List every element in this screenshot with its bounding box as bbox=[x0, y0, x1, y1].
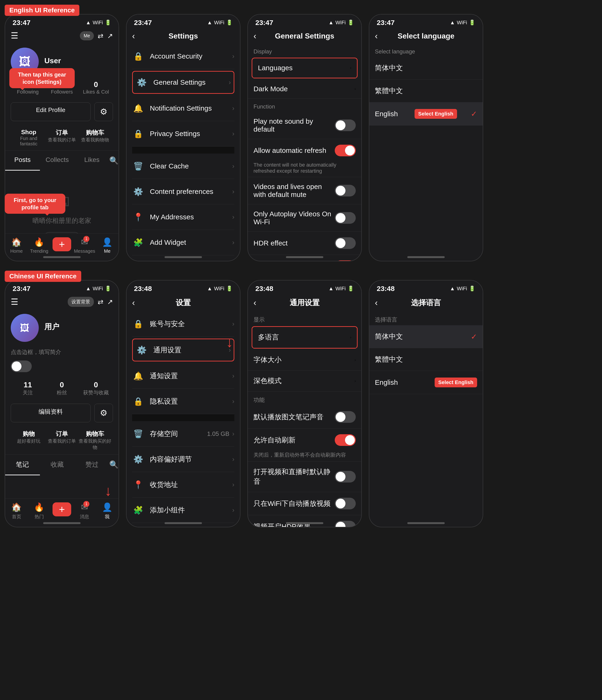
back-arrow-3[interactable]: ‹ bbox=[254, 31, 256, 41]
play-note-sound-toggle[interactable] bbox=[335, 120, 356, 131]
cn-tab-likes[interactable]: 赞过 bbox=[74, 454, 109, 475]
notification-icon: 🔔 bbox=[132, 102, 144, 114]
settings-add-widget[interactable]: 🧩 Add Widget › bbox=[132, 230, 234, 255]
cn-gs-back-arrow[interactable]: ‹ bbox=[254, 298, 256, 308]
cn-lang-english[interactable]: English Select English bbox=[369, 371, 483, 394]
cn-storage[interactable]: 🗑️ 存储空间 1.05 GB › bbox=[132, 421, 234, 447]
settings-general-settings[interactable]: ⚙️ General Settings › bbox=[132, 71, 234, 94]
cn-autoplay-toggle[interactable] bbox=[335, 498, 356, 509]
cn-autoplay-wifi-item[interactable]: 只在WiFi下自动播放视频 bbox=[248, 492, 361, 515]
settings-privacy[interactable]: 🔒 Privacy Settings › bbox=[132, 121, 234, 147]
cn-font-size-item[interactable]: 字体大小 › bbox=[248, 350, 361, 371]
history-item[interactable]: History When enabled，we won't save your … bbox=[248, 255, 361, 261]
change-background-button[interactable]: Me bbox=[80, 31, 94, 40]
hamburger-icon[interactable]: ☰ bbox=[11, 31, 18, 41]
cn-nav-messages[interactable]: ✉ 1 消息 bbox=[73, 502, 96, 520]
settings-gear-button[interactable]: ⚙ bbox=[94, 102, 113, 121]
cn-shop-item[interactable]: 购物 超好看好玩 bbox=[12, 430, 45, 451]
back-arrow-4[interactable]: ‹ bbox=[375, 31, 378, 41]
cn-hdr-toggle[interactable] bbox=[335, 521, 356, 527]
cn-general-settings[interactable]: ⚙️ 通用设置 › bbox=[132, 339, 234, 361]
settings-addresses[interactable]: 📍 My Addresses › bbox=[132, 204, 234, 230]
cn-lang-simplified[interactable]: 简体中文 ✓ bbox=[369, 325, 483, 348]
cn-nav-home[interactable]: 🏠 首页 bbox=[5, 502, 28, 520]
cn-tab-collects[interactable]: 收藏 bbox=[40, 454, 75, 475]
cn-more-icon[interactable]: ↗ bbox=[107, 298, 113, 306]
tab-likes[interactable]: Likes bbox=[74, 150, 109, 171]
cn-lang-back[interactable]: ‹ bbox=[375, 298, 378, 308]
cn-videos-mute-toggle[interactable] bbox=[335, 471, 356, 482]
cn-videos-mute-item[interactable]: 打开视频和直播时默认静音 bbox=[248, 461, 361, 492]
lang-option-simplified[interactable]: 简体中文 bbox=[369, 57, 483, 80]
cn-nav-trending[interactable]: 🔥 热门 bbox=[28, 502, 50, 520]
tab-posts[interactable]: Posts bbox=[5, 150, 40, 171]
search-tab-icon[interactable]: 🔍 bbox=[109, 150, 119, 171]
cn-hdr-item[interactable]: 视频开启HDR效果 bbox=[248, 515, 361, 527]
cn-hamburger-icon[interactable]: ☰ bbox=[11, 297, 18, 307]
cn-account-security[interactable]: 🔒 账号与安全 › bbox=[132, 311, 234, 337]
cn-languages-item[interactable]: 多语言 › bbox=[252, 327, 357, 348]
history-toggle[interactable] bbox=[335, 260, 356, 261]
videos-mute-toggle[interactable] bbox=[335, 185, 356, 197]
autoplay-wifi-toggle[interactable] bbox=[335, 212, 356, 224]
cn-orders-item[interactable]: 订单 查看我的订单 bbox=[45, 430, 78, 451]
cn-edit-profile-button[interactable]: 编辑资料 bbox=[11, 404, 91, 422]
hdr-effect-toggle[interactable] bbox=[335, 237, 356, 249]
likes-stat[interactable]: 0 Likes & Col bbox=[79, 80, 113, 95]
cn-share-icon[interactable]: ⇄ bbox=[98, 298, 103, 306]
nav-plus[interactable]: + bbox=[50, 237, 73, 254]
cn-play-note-sound-item[interactable]: 默认播放图文笔记声音 bbox=[248, 405, 361, 429]
dark-mode-item[interactable]: Dark Mode › bbox=[248, 79, 361, 99]
cn-arrow-down: ↓ bbox=[104, 483, 112, 499]
back-arrow[interactable]: ‹ bbox=[132, 31, 135, 41]
cn-search-tab-icon[interactable]: 🔍 bbox=[109, 454, 119, 475]
cn-add-widget[interactable]: 🧩 添加小组件 › bbox=[132, 498, 234, 523]
videos-mute-item[interactable]: Videos and lives open with default mute bbox=[248, 177, 361, 204]
edit-profile-button[interactable]: Edit Profile bbox=[11, 102, 91, 121]
autoplay-wifi-item[interactable]: Only Autoplay Videos On Wi-Fi bbox=[248, 204, 361, 232]
cn-toggle[interactable] bbox=[11, 360, 32, 372]
more-icon[interactable]: ↗ bbox=[107, 32, 113, 40]
cn-followers-stat[interactable]: 0 粉丝 bbox=[45, 380, 79, 396]
nav-home[interactable]: 🏠 Home bbox=[5, 237, 28, 254]
nav-messages[interactable]: ✉ 1 Messages bbox=[73, 237, 96, 254]
allow-refresh-item[interactable]: Allow automatic refresh The content will… bbox=[248, 139, 361, 177]
lang-option-traditional[interactable]: 繁體中文 bbox=[369, 80, 483, 102]
lang-option-english[interactable]: English Select English ✓ bbox=[369, 102, 483, 126]
cn-dark-mode-item[interactable]: 深色模式 › bbox=[248, 371, 361, 392]
nav-me[interactable]: 👤 Me bbox=[96, 237, 119, 254]
languages-item[interactable]: Languages › bbox=[252, 58, 357, 78]
cn-allow-refresh-toggle[interactable] bbox=[335, 434, 356, 446]
cn-privacy-settings[interactable]: 🔒 隐私设置 › bbox=[132, 389, 234, 414]
settings-notification[interactable]: 🔔 Notification Settings › bbox=[132, 96, 234, 121]
settings-account-security[interactable]: 🔒 Account Security › bbox=[132, 44, 234, 69]
settings-clear-cache[interactable]: 🗑️ Clear Cache › bbox=[132, 153, 234, 179]
cn-settings-gear-button[interactable]: ⚙ bbox=[94, 404, 113, 422]
cn-notification-text: 通知设置 bbox=[150, 371, 232, 381]
cart-item[interactable]: 购物车 查看我购物物 bbox=[78, 129, 112, 147]
cn-content-prefs[interactable]: ⚙️ 内容偏好调节 › bbox=[132, 447, 234, 472]
nav-trending[interactable]: 🔥 Trending bbox=[28, 237, 50, 254]
share-icon[interactable]: ⇄ bbox=[98, 32, 103, 40]
play-note-sound-item[interactable]: Play note sound by default bbox=[248, 112, 361, 139]
hdr-effect-item[interactable]: HDR effect bbox=[248, 232, 361, 255]
cn-nav-me[interactable]: 👤 我 bbox=[96, 502, 119, 520]
cn-cart-item[interactable]: 购物车 查看我购买的好物 bbox=[78, 430, 112, 451]
settings-content-prefs[interactable]: ⚙️ Content preferences › bbox=[132, 179, 234, 204]
cn-addresses[interactable]: 📍 收货地址 › bbox=[132, 472, 234, 498]
tab-collects[interactable]: Collects bbox=[40, 150, 75, 171]
cn-lang-time: 23:48 bbox=[377, 285, 395, 293]
cn-allow-refresh-item[interactable]: 允许自动刷新 关闭后，重新启动外将不会自动刷新内容 bbox=[248, 429, 361, 461]
cn-change-background-button[interactable]: 设置背景 bbox=[68, 297, 94, 307]
cn-back-arrow[interactable]: ‹ bbox=[132, 298, 135, 308]
shop-item[interactable]: Shop Fun and fantastic bbox=[12, 129, 45, 147]
cn-tab-posts[interactable]: 笔记 bbox=[5, 454, 40, 475]
cn-lang-traditional[interactable]: 繁體中文 bbox=[369, 348, 483, 371]
cn-nav-plus[interactable]: + bbox=[50, 502, 73, 520]
allow-refresh-toggle[interactable] bbox=[335, 145, 356, 156]
cn-notification-settings[interactable]: 🔔 通知设置 › bbox=[132, 363, 234, 389]
cn-play-note-toggle[interactable] bbox=[335, 411, 356, 423]
orders-item[interactable]: 订单 查看我的订单 bbox=[45, 129, 78, 147]
cn-following-stat[interactable]: 11 关注 bbox=[11, 380, 45, 396]
cn-likes-stat[interactable]: 0 获赞与收藏 bbox=[79, 380, 113, 396]
